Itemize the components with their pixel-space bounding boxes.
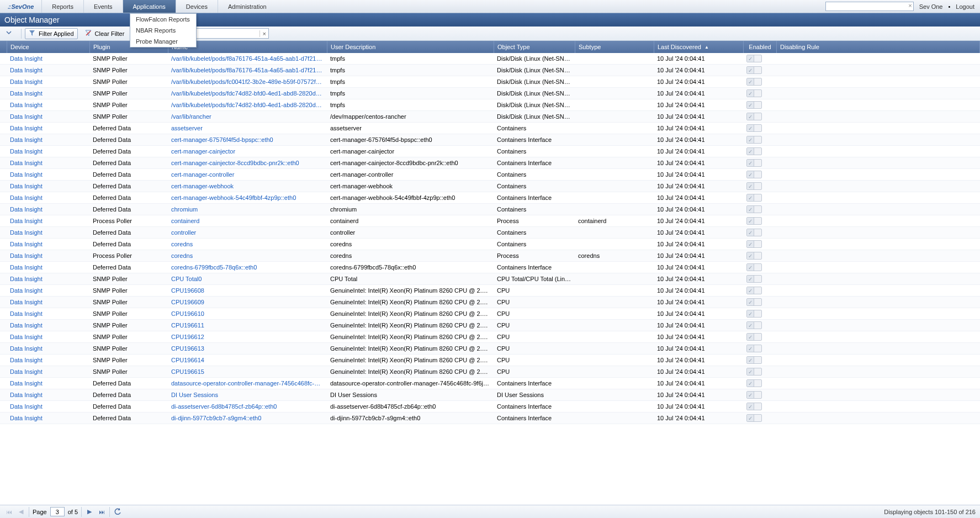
enabled-toggle[interactable]: ✓ — [743, 403, 776, 410]
enabled-toggle[interactable]: ✓ — [743, 147, 776, 155]
table-row[interactable]: Data InsightDeferred Datacert-manager-we… — [0, 181, 980, 192]
enabled-toggle[interactable]: ✓ — [743, 310, 776, 318]
menu-item[interactable]: NBAR Reports — [130, 25, 196, 36]
name-link[interactable]: DI User Sessions — [168, 392, 327, 398]
device-link[interactable]: Data Insight — [7, 357, 89, 363]
table-row[interactable]: Data InsightSNMP PollerCPU196608GenuineI… — [0, 285, 980, 297]
device-link[interactable]: Data Insight — [7, 276, 89, 282]
filter-applied-button[interactable]: Filter Applied — [25, 28, 78, 39]
device-link[interactable]: Data Insight — [7, 334, 89, 340]
table-row[interactable]: Data InsightSNMP Poller/var/lib/kubelet/… — [0, 88, 980, 99]
name-link[interactable]: cert-manager-webhook — [168, 183, 327, 189]
device-link[interactable]: Data Insight — [7, 206, 89, 213]
col-enabled[interactable]: Enabled — [744, 41, 777, 53]
table-row[interactable]: Data InsightDeferred Datadatasource-oper… — [0, 378, 980, 389]
name-link[interactable]: CPU196608 — [168, 287, 327, 294]
table-row[interactable]: Data InsightSNMP Poller/var/lib/kubelet/… — [0, 76, 980, 88]
device-link[interactable]: Data Insight — [7, 229, 89, 236]
table-row[interactable]: Data InsightDeferred DatacorednscorednsC… — [0, 239, 980, 250]
table-row[interactable]: Data InsightProcess Pollercorednscoredns… — [0, 250, 980, 262]
device-link[interactable]: Data Insight — [7, 322, 89, 329]
name-link[interactable]: CPU Total0 — [168, 276, 327, 282]
device-link[interactable]: Data Insight — [7, 299, 89, 305]
table-row[interactable]: Data InsightDeferred Datacert-manager-ca… — [0, 146, 980, 157]
device-link[interactable]: Data Insight — [7, 264, 89, 271]
enabled-toggle[interactable]: ✓ — [743, 229, 776, 236]
enabled-toggle[interactable]: ✓ — [743, 101, 776, 109]
device-link[interactable]: Data Insight — [7, 136, 89, 143]
device-link[interactable]: Data Insight — [7, 380, 89, 387]
device-link[interactable]: Data Insight — [7, 241, 89, 247]
table-row[interactable]: Data InsightDeferred Datacoredns-6799fbc… — [0, 262, 980, 273]
name-link[interactable]: /var/lib/rancher — [168, 113, 327, 120]
name-link[interactable]: coredns — [168, 252, 327, 259]
name-link[interactable]: CPU196612 — [168, 334, 327, 340]
table-row[interactable]: Data InsightDeferred DataDI User Session… — [0, 389, 980, 401]
enabled-toggle[interactable]: ✓ — [743, 205, 776, 213]
device-link[interactable]: Data Insight — [7, 345, 89, 352]
table-row[interactable]: Data InsightSNMP PollerCPU196609GenuineI… — [0, 297, 980, 308]
table-row[interactable]: Data InsightProcess Pollercontainerdcont… — [0, 215, 980, 227]
name-link[interactable]: CPU196610 — [168, 310, 327, 317]
nav-applications[interactable]: Applications — [123, 0, 176, 13]
nav-reports[interactable]: Reports — [41, 0, 83, 13]
device-link[interactable]: Data Insight — [7, 148, 89, 155]
enabled-toggle[interactable]: ✓ — [743, 252, 776, 260]
name-link[interactable]: cert-manager-webhook-54c49fbbf-4zp9p::et… — [168, 194, 327, 201]
enabled-toggle[interactable]: ✓ — [743, 263, 776, 271]
device-link[interactable]: Data Insight — [7, 67, 89, 73]
device-link[interactable]: Data Insight — [7, 218, 89, 224]
name-link[interactable]: assetserver — [168, 125, 327, 131]
object-grid[interactable]: Data InsightSNMP Poller/var/lib/kubelet/… — [0, 53, 980, 505]
enabled-toggle[interactable]: ✓ — [743, 368, 776, 376]
name-link[interactable]: /var/lib/kubelet/pods/f8a76176-451a-4a65… — [168, 67, 327, 73]
device-link[interactable]: Data Insight — [7, 368, 89, 375]
name-link[interactable]: cert-manager-cainjector — [168, 148, 327, 155]
device-link[interactable]: Data Insight — [7, 160, 89, 166]
name-link[interactable]: coredns — [168, 241, 327, 247]
table-row[interactable]: Data InsightSNMP PollerCPU196610GenuineI… — [0, 308, 980, 320]
enabled-toggle[interactable]: ✓ — [743, 275, 776, 283]
enabled-toggle[interactable]: ✓ — [743, 379, 776, 387]
name-link[interactable]: CPU196609 — [168, 299, 327, 305]
col-device[interactable]: Device — [7, 41, 90, 53]
enabled-toggle[interactable]: ✓ — [743, 240, 776, 248]
name-link[interactable]: /var/lib/kubelet/pods/fdc74d82-bfd0-4ed1… — [168, 90, 327, 97]
enabled-toggle[interactable]: ✓ — [743, 194, 776, 202]
name-link[interactable]: datasource-operator-controller-manager-7… — [168, 380, 327, 387]
device-link[interactable]: Data Insight — [7, 287, 89, 294]
enabled-toggle[interactable]: ✓ — [743, 136, 776, 144]
global-search[interactable]: × — [825, 2, 914, 11]
table-row[interactable]: Data InsightDeferred Dataassetserverasse… — [0, 123, 980, 134]
next-page-button[interactable]: ▶ — [85, 508, 94, 516]
enabled-toggle[interactable]: ✓ — [743, 124, 776, 132]
table-row[interactable]: Data InsightSNMP Poller/var/lib/kubelet/… — [0, 99, 980, 111]
name-link[interactable]: CPU196615 — [168, 368, 327, 375]
device-link[interactable]: Data Insight — [7, 78, 89, 85]
table-row[interactable]: Data InsightSNMP Poller/var/lib/kubelet/… — [0, 53, 980, 65]
table-row[interactable]: Data InsightDeferred Datacert-manager-67… — [0, 134, 980, 146]
name-link[interactable]: coredns-6799fbcd5-78q6x::eth0 — [168, 264, 327, 271]
enabled-toggle[interactable]: ✓ — [743, 217, 776, 225]
enabled-toggle[interactable]: ✓ — [743, 55, 776, 62]
name-link[interactable]: /var/lib/kubelet/pods/fdc74d82-bfd0-4ed1… — [168, 102, 327, 108]
clear-filter-button[interactable]: Clear Filter — [81, 28, 129, 39]
enabled-toggle[interactable]: ✓ — [743, 182, 776, 190]
device-link[interactable]: Data Insight — [7, 403, 89, 410]
col-last-discovered[interactable]: Last Discovered▲ — [654, 41, 744, 53]
enabled-toggle[interactable]: ✓ — [743, 287, 776, 294]
nav-administration[interactable]: Administration — [218, 0, 277, 13]
device-link[interactable]: Data Insight — [7, 55, 89, 62]
clear-search-icon[interactable]: × — [259, 30, 268, 37]
page-input[interactable] — [50, 507, 65, 516]
table-row[interactable]: Data InsightDeferred Datacert-manager-co… — [0, 169, 980, 181]
name-link[interactable]: controller — [168, 229, 327, 236]
device-link[interactable]: Data Insight — [7, 171, 89, 178]
col-disabling-rule[interactable]: Disabling Rule — [777, 41, 980, 53]
device-link[interactable]: Data Insight — [7, 125, 89, 131]
name-link[interactable]: chromium — [168, 206, 327, 213]
name-link[interactable]: /var/lib/kubelet/pods/f8a76176-451a-4a65… — [168, 55, 327, 62]
table-row[interactable]: Data InsightSNMP PollerCPU196614GenuineI… — [0, 355, 980, 366]
nav-events[interactable]: Events — [83, 0, 123, 13]
table-row[interactable]: Data InsightSNMP PollerCPU196612GenuineI… — [0, 331, 980, 343]
